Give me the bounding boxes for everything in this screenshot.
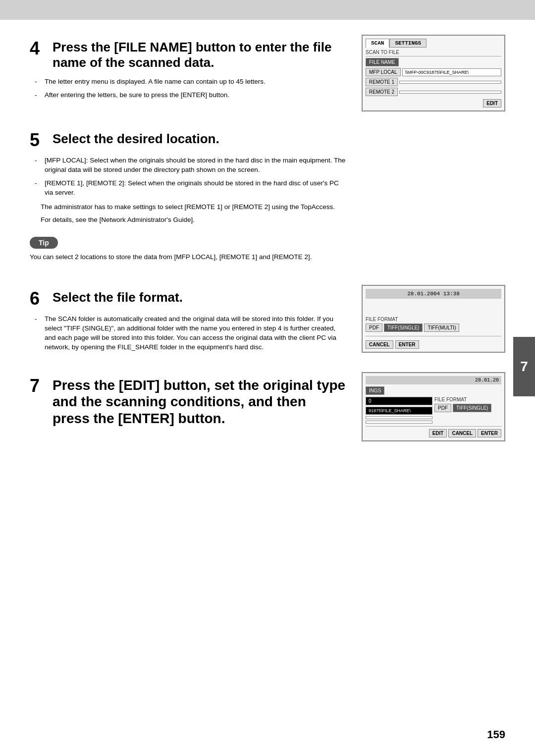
- screen3-file-format-label: FILE FORMAT: [434, 397, 501, 402]
- step5-bullet-1: - [MFP LOCAL]: Select when the originals…: [35, 156, 347, 175]
- screen2-enter-btn[interactable]: ENTER: [395, 340, 419, 349]
- step4-number: 4: [30, 40, 50, 57]
- step4-section: 4 Press the [FILE NAME] button to enter …: [30, 35, 505, 111]
- screen3-container: 28.01.20 INGS 0 91875\FILE_SHARE\: [362, 372, 505, 441]
- screen1-scan-tab[interactable]: SCAN: [366, 39, 389, 48]
- screen3-empty1: [366, 416, 432, 419]
- step6-title: Select the file format.: [53, 290, 183, 305]
- dash-icon: -: [35, 156, 41, 165]
- step4-bullet-1-text: The letter entry menu is displayed. A fi…: [45, 77, 266, 87]
- screen3: 28.01.20 INGS 0 91875\FILE_SHARE\: [362, 372, 505, 441]
- step4-title: Press the [FILE NAME] button to enter th…: [53, 40, 347, 70]
- screen2-container: 28.01.2004 13:38 FILE FORMAT PDF TIFF(SI…: [362, 285, 505, 353]
- step7-title: Press the [EDIT] button, set the origina…: [53, 377, 347, 427]
- screen2-file-format-label: FILE FORMAT: [366, 317, 501, 322]
- step5-title: Select the desired location.: [53, 131, 219, 147]
- step7-header: 7 Press the [EDIT] button, set the origi…: [30, 377, 347, 427]
- screen1-tabs: SCAN SETTINGS: [366, 39, 501, 48]
- screen2-tiff-single-btn[interactable]: TIFF(SINGLE): [384, 324, 423, 332]
- screen1-scan-to-file-label: SCAN TO FILE: [366, 50, 501, 55]
- screen1-mfp-local-field: \\MFP-00C91875\FILE_SHARE\: [402, 68, 502, 76]
- screen3-value-field: 0: [366, 397, 432, 405]
- step6-header: 6 Select the file format.: [30, 290, 347, 308]
- step6-bullet-1-text: The SCAN folder is automatically created…: [45, 315, 347, 352]
- step5-bullets: - [MFP LOCAL]: Select when the originals…: [35, 156, 347, 198]
- screen3-datetime: 28.01.20: [366, 376, 501, 384]
- step6-number: 6: [30, 290, 50, 308]
- step5-number: 5: [30, 131, 50, 149]
- step6-bullets: - The SCAN folder is automatically creat…: [35, 315, 347, 352]
- screen2-action-btns: CANCEL ENTER: [366, 340, 501, 349]
- step6-section: 6 Select the file format. - The SCAN fol…: [30, 285, 505, 357]
- screen1: SCAN SETTINGS SCAN TO FILE FILE NAME MFP…: [362, 35, 505, 111]
- step6-bullet-1: - The SCAN folder is automatically creat…: [35, 315, 347, 352]
- screen1-remote2-field: [399, 91, 501, 94]
- step5-section: 5 Select the desired location. - [MFP LO…: [30, 126, 505, 270]
- step5-bullet-2: - [REMOTE 1], [REMOTE 2]: Select when th…: [35, 179, 347, 198]
- screen1-mfp-local-btn[interactable]: MFP LOCAL: [366, 68, 401, 76]
- step4-bullet-1: - The letter entry menu is displayed. A …: [35, 77, 347, 87]
- step5-bullet-1-text: [MFP LOCAL]: Select when the originals s…: [45, 156, 347, 175]
- screen1-remote1-field: [399, 81, 501, 84]
- screen1-file-name-row: FILE NAME: [366, 58, 501, 66]
- step4-bullet-2: - After entering the letters, be sure to…: [35, 91, 347, 100]
- screen2-pdf-btn[interactable]: PDF: [366, 324, 382, 332]
- step5-indent-2: For details, see the [Network Administra…: [41, 216, 347, 225]
- screen1-remote2-row: REMOTE 2: [366, 88, 501, 96]
- screen3-cancel-btn[interactable]: CANCEL: [448, 429, 476, 437]
- step5-header: 5 Select the desired location.: [30, 131, 347, 149]
- tip-text: You can select 2 locations to store the …: [30, 253, 347, 262]
- dash-icon: -: [35, 315, 41, 324]
- dash-icon: -: [35, 77, 41, 87]
- step4-bullets: - The letter entry menu is displayed. A …: [35, 77, 347, 100]
- step7-left: 7 Press the [EDIT] button, set the origi…: [30, 372, 347, 434]
- screen2-tiff-multi-btn[interactable]: TIFF(MULTI): [424, 324, 459, 332]
- screen2: 28.01.2004 13:38 FILE FORMAT PDF TIFF(SI…: [362, 285, 505, 353]
- step4-bullet-2-text: After entering the letters, be sure to p…: [45, 91, 229, 100]
- screen2-cancel-btn[interactable]: CANCEL: [366, 340, 393, 349]
- tip-label: Tip: [30, 237, 58, 249]
- screen3-path-field: 91875\FILE_SHARE\: [366, 407, 432, 415]
- step5-bullet-2-text: [REMOTE 1], [REMOTE 2]: Select when the …: [45, 179, 347, 198]
- top-bar: [0, 0, 535, 20]
- screen3-edit-btn[interactable]: EDIT: [429, 429, 447, 437]
- screen2-format-btns: PDF TIFF(SINGLE) TIFF(MULTI): [366, 324, 501, 332]
- screen3-tiff-single-btn[interactable]: TIFF(SINGLE): [453, 404, 491, 412]
- screen2-datetime: 28.01.2004 13:38: [366, 289, 501, 299]
- screen1-remote1-btn[interactable]: REMOTE 1: [366, 78, 398, 86]
- dash-icon: -: [35, 179, 41, 188]
- screen1-remote2-btn[interactable]: REMOTE 2: [366, 88, 398, 96]
- step5-left: 5 Select the desired location. - [MFP LO…: [30, 126, 347, 270]
- page: 7 4 Press the [FILE NAME] button to ente…: [0, 0, 535, 756]
- screen1-file-name-btn[interactable]: FILE NAME: [366, 58, 399, 66]
- step7-number: 7: [30, 377, 50, 395]
- screen3-pdf-btn[interactable]: PDF: [434, 404, 451, 412]
- screen3-ings-btn[interactable]: INGS: [366, 386, 384, 395]
- step4-header: 4 Press the [FILE NAME] button to enter …: [30, 40, 347, 70]
- screen3-empty2: [366, 421, 432, 424]
- step4-left: 4 Press the [FILE NAME] button to enter …: [30, 35, 347, 105]
- step7-section: 7 Press the [EDIT] button, set the origi…: [30, 372, 505, 441]
- screen1-remote1-row: REMOTE 1: [366, 78, 501, 86]
- screen1-settings-tab[interactable]: SETTINGS: [389, 39, 427, 48]
- step5-indent-1: The administrator has to make settings t…: [41, 203, 347, 212]
- screen3-enter-btn[interactable]: ENTER: [478, 429, 501, 437]
- screen1-container: SCAN SETTINGS SCAN TO FILE FILE NAME MFP…: [362, 35, 505, 111]
- screen1-edit-btn[interactable]: EDIT: [483, 99, 501, 108]
- step6-left: 6 Select the file format. - The SCAN fol…: [30, 285, 347, 357]
- screen3-format-btns: PDF TIFF(SINGLE): [434, 404, 501, 412]
- dash-icon: -: [35, 91, 41, 100]
- page-number: 159: [487, 728, 505, 741]
- screen1-mfp-local-row: MFP LOCAL \\MFP-00C91875\FILE_SHARE\: [366, 68, 501, 76]
